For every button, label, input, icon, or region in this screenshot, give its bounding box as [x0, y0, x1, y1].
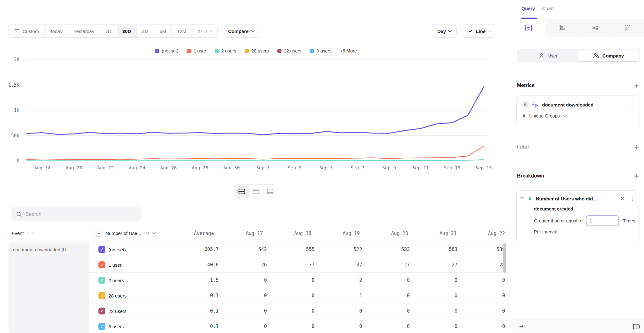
series-column-header[interactable]: – Number of Use... 24 — [86, 230, 170, 237]
value-cell: 28 — [462, 262, 509, 268]
series-cell: ✓1 user — [89, 261, 175, 268]
per-interval-label[interactable]: Per Interval — [534, 229, 635, 234]
series-cell: ✓(not set) — [89, 246, 175, 253]
legend-swatch — [245, 49, 249, 53]
range-7d[interactable]: 7D — [100, 25, 117, 37]
svg-text:Aug 20: Aug 20 — [66, 165, 82, 170]
chart-type-bar-button[interactable] — [545, 19, 578, 37]
range-label: 30D — [122, 29, 131, 34]
breakdown-card: # Number of Users who did... ✕ ⋮ documen… — [516, 190, 640, 243]
range-3m[interactable]: 3M — [137, 25, 154, 37]
select-all-checkbox[interactable]: – — [96, 230, 102, 237]
granularity-label: Day — [437, 29, 446, 34]
range-today[interactable]: Today — [45, 25, 68, 37]
range-xtd[interactable]: XTD — [192, 25, 217, 37]
breakdown-section-header: Breakdown + — [517, 173, 639, 179]
series-checkbox[interactable]: ✓ — [98, 308, 105, 314]
value-cell: 0 — [271, 308, 319, 314]
value-cell: 0 — [224, 324, 271, 329]
number-property-icon: # — [527, 196, 533, 202]
chart-type-flow-button[interactable] — [578, 19, 611, 37]
range-12m[interactable]: 12M — [172, 25, 192, 37]
add-breakdown-button[interactable]: + — [634, 173, 639, 179]
search-box — [11, 207, 142, 221]
table-header-row: Event 1 – Number of Use... 24 Average Au… — [8, 225, 509, 242]
value-cell: 0 — [462, 308, 509, 314]
legend-item[interactable]: 3 users — [310, 48, 332, 53]
series-checkbox[interactable]: ✓ — [98, 261, 105, 268]
series-checkbox[interactable]: ✓ — [98, 292, 105, 299]
search-input[interactable] — [25, 211, 137, 217]
tab-query[interactable]: Query — [521, 6, 535, 11]
metric-measure-row[interactable]: # Unique Groups — [522, 113, 635, 118]
range-custom[interactable]: Custom — [9, 25, 45, 37]
legend-swatch — [155, 49, 159, 53]
split-panel-icon[interactable] — [633, 323, 640, 330]
metric-card[interactable]: A document downloaded ⋮ # Unique Groups — [516, 96, 640, 126]
chevron-down-icon — [251, 29, 254, 32]
date-column-header: Aug 18 — [267, 231, 316, 236]
panel-footer — [512, 319, 644, 333]
svg-text:1K: 1K — [14, 107, 19, 113]
legend-item[interactable]: 2 users — [215, 48, 236, 53]
average-cell: 1.5 — [175, 277, 224, 283]
range-6m[interactable]: 6M — [154, 25, 172, 37]
granularity-button[interactable]: Day — [432, 25, 457, 38]
value-cell: 563 — [414, 247, 462, 252]
value-cell: 26 — [224, 262, 271, 268]
series-checkbox[interactable]: ✓ — [98, 246, 105, 253]
svg-text:Sep 3: Sep 3 — [288, 165, 302, 170]
compare-button[interactable]: Compare — [223, 25, 259, 38]
series-cell: ✓3 users — [89, 323, 175, 330]
add-metric-button[interactable]: + — [634, 82, 639, 89]
average-cell: 0.1 — [175, 293, 224, 298]
chart-style-label: Line — [476, 29, 486, 34]
series-checkbox[interactable]: ✓ — [98, 323, 105, 330]
condition-label[interactable]: Greater than or equal to — [534, 218, 582, 223]
layout-split-button[interactable] — [235, 185, 249, 198]
entity-company-option[interactable]: Company — [578, 50, 639, 61]
svg-text:1.5K: 1.5K — [8, 82, 19, 88]
close-icon[interactable]: ✕ — [620, 196, 625, 202]
drag-handle-icon[interactable] — [520, 197, 524, 200]
legend-item[interactable]: (not set) — [155, 48, 178, 53]
entity-user-option[interactable]: User — [518, 50, 578, 61]
legend-item[interactable]: 28 users — [245, 48, 269, 53]
value-cell: 0 — [414, 308, 462, 314]
svg-text:Aug 30: Aug 30 — [223, 165, 240, 170]
series-checkbox[interactable]: ✓ — [98, 277, 105, 284]
collapse-panel-icon[interactable] — [519, 323, 525, 330]
chart-type-line-button[interactable] — [512, 19, 545, 37]
value-cell: 0 — [271, 277, 319, 283]
legend-item[interactable]: 22 users — [277, 48, 302, 53]
add-filter-button[interactable]: + — [634, 144, 639, 150]
value-cell: 0 — [271, 324, 319, 329]
legend-item[interactable]: 1 user — [187, 48, 206, 53]
series-label: 28 users — [108, 293, 127, 298]
condition-value-input[interactable] — [586, 216, 619, 226]
legend-label: 1 user — [193, 48, 206, 53]
event-column-header[interactable]: Event 1 — [8, 231, 86, 236]
chart-type-grid-button[interactable] — [611, 19, 644, 37]
chart-style-button[interactable]: Line — [462, 25, 496, 38]
line-chart: 05001K1.5K2KAug 18Aug 20Aug 22Aug 24Aug … — [0, 57, 503, 173]
breakdown-event-name[interactable]: document created — [534, 206, 635, 211]
chart-view-icon — [253, 189, 259, 194]
metric-kebab-menu-icon[interactable]: ⋮ — [629, 102, 635, 107]
range-yesterday[interactable]: Yesterday — [68, 25, 100, 37]
table-row: ✓22 users0.1000000 — [89, 303, 509, 319]
svg-text:Aug 18: Aug 18 — [34, 165, 51, 170]
legend-more-button[interactable]: +6 More — [340, 48, 357, 53]
line-chart-icon — [525, 24, 532, 32]
range-label: 12M — [177, 29, 186, 34]
svg-text:Sep 7: Sep 7 — [351, 165, 364, 170]
table-scrollbar[interactable] — [503, 243, 506, 273]
tab-chart[interactable]: Chart — [542, 6, 554, 11]
value-cell: 0 — [414, 277, 462, 283]
range-30d[interactable]: 30D — [117, 25, 137, 37]
breakdown-kebab-menu-icon[interactable]: ⋮ — [630, 196, 635, 201]
layout-table-only-button[interactable] — [263, 185, 277, 198]
value-cell: 0 — [224, 293, 271, 298]
series-cell: ✓28 users — [89, 292, 175, 299]
layout-chart-only-button[interactable] — [249, 185, 263, 198]
